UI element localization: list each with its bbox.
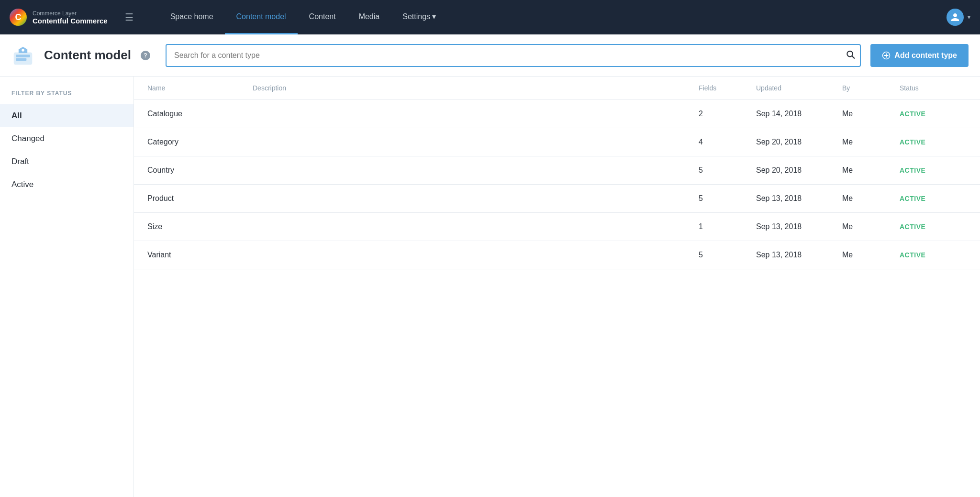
nav-space-home[interactable]: Space home [159, 0, 225, 34]
nav-media[interactable]: Media [347, 0, 391, 34]
cell-fields: 5 [699, 251, 756, 259]
status-badge: ACTIVE [900, 223, 967, 231]
nav-settings[interactable]: Settings ▾ [391, 0, 447, 34]
status-badge: ACTIVE [900, 166, 967, 174]
nav-content-model[interactable]: Content model [225, 0, 298, 34]
sidebar-item-draft[interactable]: Draft [0, 150, 134, 173]
cell-updated: Sep 20, 2018 [756, 166, 842, 175]
status-badge: ACTIVE [900, 138, 967, 146]
filter-label: FILTER BY STATUS [0, 90, 134, 104]
content-type-table: Name Description Fields Updated By Statu… [134, 77, 980, 497]
nav-content[interactable]: Content [298, 0, 347, 34]
brand-area: C Commerce Layer Contentful Commerce ☰ [10, 0, 151, 34]
search-input[interactable] [166, 44, 861, 67]
sidebar: FILTER BY STATUS All Changed Draft Activ… [0, 77, 134, 497]
chevron-down-icon: ▾ [432, 12, 436, 21]
table-row[interactable]: Size 1 Sep 13, 2018 Me ACTIVE [134, 213, 980, 241]
nav-right: ▾ [947, 9, 970, 26]
column-fields: Fields [699, 84, 756, 92]
add-content-type-button[interactable]: Add content type [870, 44, 969, 67]
column-updated: Updated [756, 84, 842, 92]
nav-links: Space home Content model Content Media S… [151, 0, 947, 34]
cell-name: Country [147, 166, 253, 175]
sidebar-item-changed[interactable]: Changed [0, 127, 134, 150]
table-row[interactable]: Catalogue 2 Sep 14, 2018 Me ACTIVE [134, 100, 980, 128]
cell-name: Category [147, 138, 253, 146]
cell-name: Catalogue [147, 110, 253, 118]
column-by: By [842, 84, 900, 92]
search-button[interactable] [846, 49, 855, 61]
svg-line-5 [852, 56, 854, 58]
cell-name: Size [147, 222, 253, 231]
svg-rect-1 [16, 55, 30, 57]
cell-name: Variant [147, 251, 253, 259]
table-row[interactable]: Product 5 Sep 13, 2018 Me ACTIVE [134, 185, 980, 213]
brand-logo: C [10, 9, 27, 26]
table-row[interactable]: Variant 5 Sep 13, 2018 Me ACTIVE [134, 241, 980, 269]
brand-text: Commerce Layer Contentful Commerce [33, 10, 108, 25]
cell-updated: Sep 14, 2018 [756, 110, 842, 118]
hamburger-button[interactable]: ☰ [117, 8, 141, 27]
cell-fields: 5 [699, 166, 756, 175]
column-name: Name [147, 84, 253, 92]
help-icon[interactable]: ? [141, 51, 150, 60]
cell-updated: Sep 20, 2018 [756, 138, 842, 146]
sub-header: Content model ? Add content type [0, 34, 980, 77]
svg-point-4 [847, 51, 853, 56]
status-badge: ACTIVE [900, 251, 967, 259]
cell-by: Me [842, 138, 900, 146]
page-title: Content model [44, 48, 131, 63]
top-navigation: C Commerce Layer Contentful Commerce ☰ S… [0, 0, 980, 34]
cell-by: Me [842, 110, 900, 118]
cell-by: Me [842, 222, 900, 231]
avatar-dropdown-icon[interactable]: ▾ [968, 14, 970, 21]
cell-updated: Sep 13, 2018 [756, 251, 842, 259]
table-header: Name Description Fields Updated By Statu… [134, 77, 980, 100]
cell-updated: Sep 13, 2018 [756, 222, 842, 231]
status-badge: ACTIVE [900, 195, 967, 202]
column-description: Description [253, 84, 699, 92]
column-status: Status [900, 84, 967, 92]
cell-fields: 1 [699, 222, 756, 231]
search-container [166, 44, 861, 67]
cell-fields: 2 [699, 110, 756, 118]
cell-updated: Sep 13, 2018 [756, 194, 842, 203]
svg-point-3 [22, 49, 24, 52]
content-model-icon [11, 44, 34, 67]
table-row[interactable]: Category 4 Sep 20, 2018 Me ACTIVE [134, 128, 980, 156]
cell-by: Me [842, 251, 900, 259]
main-content: FILTER BY STATUS All Changed Draft Activ… [0, 77, 980, 497]
status-badge: ACTIVE [900, 110, 967, 118]
sidebar-item-all[interactable]: All [0, 104, 134, 127]
table-body: Catalogue 2 Sep 14, 2018 Me ACTIVE Categ… [134, 100, 980, 269]
cell-by: Me [842, 194, 900, 203]
cell-fields: 4 [699, 138, 756, 146]
cell-by: Me [842, 166, 900, 175]
cell-name: Product [147, 194, 253, 203]
brand-name-top: Commerce Layer [33, 10, 108, 17]
cell-fields: 5 [699, 194, 756, 203]
svg-rect-2 [16, 58, 26, 61]
table-row[interactable]: Country 5 Sep 20, 2018 Me ACTIVE [134, 156, 980, 185]
sidebar-item-active[interactable]: Active [0, 173, 134, 196]
avatar[interactable] [947, 9, 964, 26]
brand-name-main: Contentful Commerce [33, 17, 108, 25]
